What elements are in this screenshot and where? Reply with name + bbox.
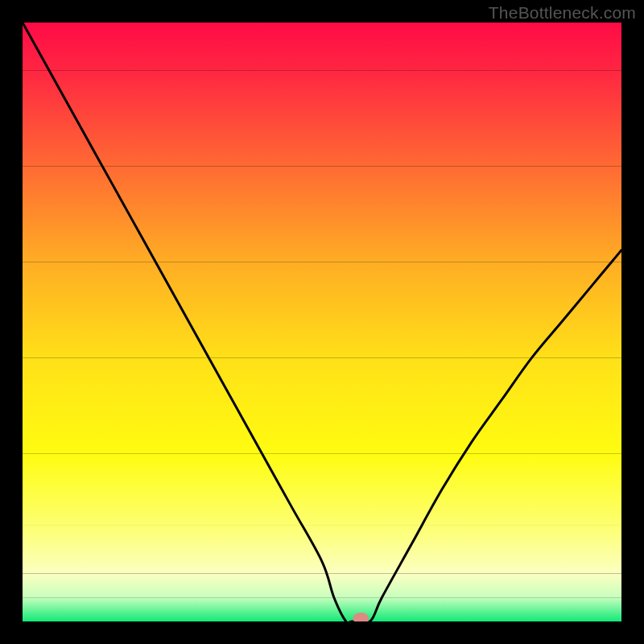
chart-svg	[23, 23, 621, 621]
chart-frame: TheBottleneck.com	[0, 0, 644, 644]
heat-band	[23, 573, 621, 597]
heat-band	[23, 71, 621, 167]
heat-band	[23, 526, 621, 574]
plot-area	[23, 23, 621, 621]
heat-band	[23, 454, 621, 526]
heat-band	[23, 167, 621, 262]
watermark-text: TheBottleneck.com	[489, 3, 636, 23]
heat-band	[23, 262, 621, 358]
heat-band	[23, 358, 621, 454]
heat-band	[23, 597, 621, 621]
heat-band	[23, 23, 621, 71]
